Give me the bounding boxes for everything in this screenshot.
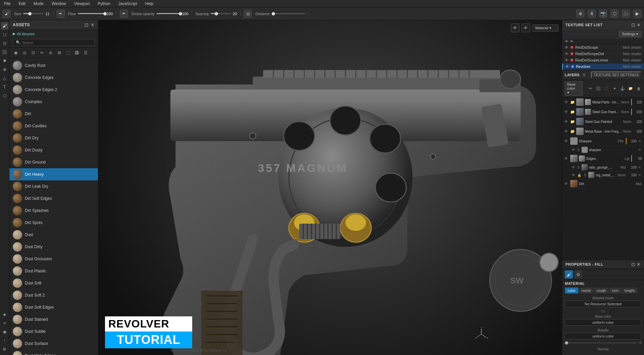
asset-item-dust-wide-edges[interactable]: Dust Wide Edges <box>9 350 98 355</box>
sublayer-eye-ratio[interactable]: 👁 <box>572 165 575 169</box>
size-slider[interactable] <box>23 13 43 14</box>
clone-tool[interactable]: ⊕ <box>1 66 8 73</box>
props-expand-btn[interactable]: ⊡ <box>631 262 635 267</box>
asset-item-dirt[interactable]: Dirt <box>9 108 98 120</box>
layer-item-dirt[interactable]: 👁 Dirt Mul <box>562 179 644 189</box>
layer-eye-sharpen[interactable]: 👁 <box>564 139 569 143</box>
asset-item-dust-plastic[interactable]: Dust Plastic <box>9 265 98 277</box>
layer-item-edges[interactable]: 👁 Edges Lgt 58 <box>562 154 644 164</box>
pause-btn[interactable]: ⏸ <box>588 10 596 18</box>
asset-square-btn[interactable]: ⊡ <box>30 49 37 56</box>
layer-folder-steel-gun-alt[interactable]: 📁 <box>570 110 575 114</box>
eraser-tool[interactable]: ◻ <box>1 31 8 38</box>
asset-image-btn[interactable]: 🖼 <box>73 49 80 56</box>
stroke-opacity-slider[interactable] <box>157 13 180 14</box>
polygon-tool[interactable]: △ <box>1 75 8 82</box>
layer-folder-add-btn[interactable]: 📁 <box>627 85 634 92</box>
search-input-box[interactable]: 🔍 Search <box>13 39 95 46</box>
asset-item-concrete-edges[interactable]: Concrete Edges <box>9 72 98 84</box>
materials-tool[interactable]: ◉ <box>1 328 8 336</box>
asset-item-dirt-ground[interactable]: Dirt Ground <box>9 156 98 168</box>
layer-eye-metal-base[interactable]: 👁 <box>564 129 569 134</box>
asset-brush-btn[interactable]: ⊘ <box>47 49 54 56</box>
viewport[interactable]: 357 MAGNUM SW <box>98 20 562 355</box>
layer-item-metal-parts[interactable]: 👁 📁 Metal Parts - Iron Forg... Norm 100 <box>562 97 644 107</box>
layer-item-steel-gun[interactable]: 👁 📁 Steel Gun Painted Norm 100 <box>562 117 644 127</box>
asset-item-cavity-rust[interactable]: Cavity Rust <box>9 59 98 72</box>
layers-mode-dropdown[interactable]: Base color ▾ <box>565 81 583 96</box>
layer-item-steel-gun-alt[interactable]: 👁 📁 Steel Gun Painted - Alt... Norm 100 <box>562 107 644 117</box>
asset-item-dirt-heavy[interactable]: Dirt Heavy <box>9 168 98 180</box>
layer-eye-metal-parts[interactable]: 👁 <box>564 100 569 104</box>
tsl-item-eye-reddotscope[interactable]: 👁 <box>565 45 569 49</box>
layers-tool[interactable]: ≡ <box>1 319 8 327</box>
menu-window[interactable]: Window <box>50 1 67 7</box>
settings-left-tool[interactable]: ⚙ <box>1 346 8 353</box>
tsl-item-reddotscope[interactable]: 👁 RedDotScope Main shader <box>562 44 644 51</box>
layers-close-btn[interactable]: ✕ <box>582 73 586 78</box>
tsl-expand-btn[interactable]: ⊡ <box>631 22 635 28</box>
tsl-item-eye-reddotscopedot[interactable]: 👁 <box>565 52 569 56</box>
menu-viewport[interactable]: Viewport <box>73 1 91 7</box>
props-paint-btn[interactable]: 🖌 <box>565 270 573 278</box>
viewport-eye-btn[interactable]: 👁 <box>511 24 520 32</box>
asset-item-dirt-dry[interactable]: Dirt Dry <box>9 132 98 144</box>
asset-texture-btn[interactable]: ⬚ <box>64 49 72 56</box>
text-tool[interactable]: T <box>1 83 8 91</box>
mat-tab-height[interactable]: height <box>622 287 637 294</box>
sublayer-ratio-grunge[interactable]: 👁 S ratio_grunge_... Mul 100 ✕ <box>562 164 644 171</box>
layer-folder-metal-parts[interactable]: 📁 <box>570 100 575 104</box>
export-tool[interactable]: ↑ <box>1 337 8 344</box>
asset-item-dirt-leak-dry[interactable]: Dirt Leak Dry <box>9 180 98 192</box>
asset-item-dirt-spots[interactable]: Dirt Spots <box>9 217 98 229</box>
asset-item-dust-stained[interactable]: Dust Stained <box>9 313 98 325</box>
distance-slider[interactable] <box>272 13 305 14</box>
layer-eye-steel-gun[interactable]: 👁 <box>564 119 569 124</box>
props-close-btn[interactable]: ✕ <box>637 262 641 267</box>
sublayer-close-mg[interactable]: ✕ <box>638 173 642 177</box>
mat-tab-color[interactable]: color <box>565 287 578 294</box>
menu-help[interactable]: Help <box>144 1 155 7</box>
props-settings-btn[interactable]: ⚙ <box>574 270 582 278</box>
layer-effects-btn[interactable]: ✦ <box>611 85 618 92</box>
layer-anchor-btn[interactable]: ⚓ <box>619 85 626 92</box>
layer-pen-btn[interactable]: ✏ <box>587 85 594 92</box>
tsl-item-reddotscopelense[interactable]: 👁 RedDotScopeLense Main shader <box>562 57 644 63</box>
layer-item-sharpen[interactable]: 👁 Sharpen Pthr 100 ✕ <box>562 136 644 146</box>
paint-brush-tool[interactable]: 🖌 <box>1 22 8 30</box>
asset-item-dust-soft-edges[interactable]: Dust Soft Edges <box>9 301 98 313</box>
assets-expand-btn[interactable]: ⊡ <box>85 22 89 28</box>
asset-list-btn[interactable]: ☰ <box>82 49 89 56</box>
layer-eye-edges[interactable]: 👁 <box>564 156 569 161</box>
flow-pressure-btn[interactable]: ✒ <box>120 10 128 18</box>
asset-item-dust-soft[interactable]: Dust Soft <box>9 277 98 289</box>
tsl-settings-btn[interactable]: Settings ▾ <box>619 31 641 37</box>
layer-erase-btn[interactable]: ⬚ <box>603 85 610 92</box>
sublayer-eye-mg[interactable]: 👁 <box>572 173 575 177</box>
menu-edit[interactable]: Edit <box>17 1 27 7</box>
layer-close-sharpen[interactable]: ✕ <box>638 139 642 143</box>
3d-tool[interactable]: ⬡ <box>1 92 8 99</box>
selection-tool[interactable]: ⊡ <box>1 40 8 47</box>
cursor-btn[interactable]: ⊕ <box>576 10 584 18</box>
menu-python[interactable]: Python <box>96 1 111 7</box>
smudge-tool[interactable]: ✱ <box>1 57 8 64</box>
tsl-item-reddotscopedot[interactable]: 👁 RedDotScopeDot Main shader <box>562 51 644 57</box>
asset-ring-btn[interactable]: ◎ <box>21 49 28 56</box>
fill-tool[interactable]: ⬛ <box>1 48 8 56</box>
menu-mode[interactable]: Mode <box>32 1 45 7</box>
asset-pen-btn[interactable]: ✏ <box>38 49 46 56</box>
menu-javascript[interactable]: JavaScript <box>117 1 139 7</box>
tsl-close-btn[interactable]: ✕ <box>637 22 641 28</box>
assets-close-btn[interactable]: ✕ <box>91 22 95 28</box>
layer-folder-metal-base[interactable]: 📁 <box>570 129 575 134</box>
layer-eye-steel-gun-alt[interactable]: 👁 <box>564 109 569 114</box>
layer-eye-dirt[interactable]: 👁 <box>564 181 569 186</box>
mat-tab-metal[interactable]: metal <box>579 287 593 294</box>
spacing-slider[interactable] <box>211 13 231 14</box>
viewport-mode-dropdown[interactable]: Material ▾ <box>532 25 558 32</box>
sublayer-eye-sharpen[interactable]: 👁 <box>572 148 575 152</box>
asset-item-dust-subtle[interactable]: Dust Subtle <box>9 325 98 338</box>
tsl-item-eye-reddotscopelense[interactable]: 👁 <box>565 58 569 62</box>
mat-tab-nrm[interactable]: nrm <box>609 287 621 294</box>
